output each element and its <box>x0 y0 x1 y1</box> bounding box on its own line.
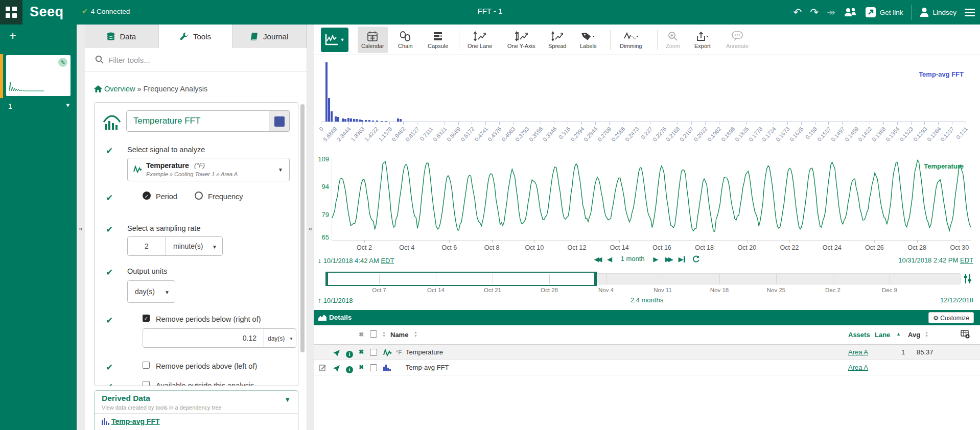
trend-x-tick <box>662 240 662 243</box>
range-duration[interactable]: 1 month <box>621 255 645 262</box>
hamburger-menu-icon[interactable] <box>965 7 975 18</box>
range-end[interactable]: 10/31/2018 2:42 PM EDT <box>898 256 973 264</box>
breadcrumb-overview[interactable]: Overview <box>104 85 135 93</box>
timeline-selection[interactable] <box>325 272 597 286</box>
remove-below-label[interactable]: Remove periods below (right of) <box>156 315 261 323</box>
toolbar-labels-button[interactable]: Labels <box>576 27 600 53</box>
worksheet-chevron-icon[interactable]: ▾ <box>66 101 69 109</box>
user-menu[interactable]: Lindsey <box>920 7 956 17</box>
trend-x-tick-label: Oct 28 <box>907 244 926 251</box>
derived-item-link[interactable]: Temp-avg FFT <box>111 417 160 425</box>
col-assets[interactable]: Assets <box>848 331 870 339</box>
row-asset-link[interactable]: Area A <box>848 364 868 371</box>
sampling-value-input[interactable]: 2 <box>127 236 166 256</box>
tab-data[interactable]: Data <box>85 25 159 48</box>
remove-above-label[interactable]: Remove periods above (left of) <box>156 362 257 370</box>
toolbar-one-lane-button[interactable]: One Lane <box>464 27 496 53</box>
tab-journal[interactable]: Journal <box>232 25 307 48</box>
investigate-duration[interactable]: 2.4 months <box>314 296 980 304</box>
col-lane[interactable]: Lane <box>875 331 890 339</box>
sort-name-control[interactable]: ▲▼ <box>414 330 417 338</box>
investigate-end[interactable]: 12/12/2018 <box>940 296 973 304</box>
available-outside-checkbox[interactable] <box>143 381 150 386</box>
step-forward-fast-icon[interactable]: ▶▶ <box>665 255 671 263</box>
step-forward-icon[interactable]: ▶ <box>653 255 658 263</box>
timeline-options-icon[interactable] <box>963 274 973 284</box>
collapse-panel-handle[interactable]: « <box>307 25 314 430</box>
step-back-fast-icon[interactable]: ◀◀ <box>594 255 600 263</box>
edit-properties-button[interactable] <box>319 364 326 373</box>
redo-all-icon[interactable]: ↠ <box>827 7 835 17</box>
radio-period-label[interactable]: Period <box>156 193 177 201</box>
users-icon[interactable] <box>844 7 857 17</box>
toolbar-one-yaxis-button[interactable]: One Y-Axis <box>504 27 539 53</box>
chevron-down-icon: ▼ <box>289 337 293 341</box>
sort-type-control[interactable]: ▲▼ <box>382 330 386 338</box>
pin-button[interactable] <box>333 349 340 359</box>
worksheet-thumbnail[interactable]: ✎ <box>6 55 71 96</box>
customize-button[interactable]: ⚙ Customize <box>928 312 974 323</box>
tab-tools[interactable]: Tools <box>159 25 233 48</box>
timeline-handle-right[interactable] <box>594 272 597 286</box>
annotate-icon <box>732 31 743 41</box>
remove-above-checkbox[interactable] <box>143 362 150 369</box>
row-asset-link[interactable]: Area A <box>848 348 868 356</box>
fft-series-label[interactable]: Temp-avg FFT <box>919 70 964 78</box>
remove-below-checkbox[interactable]: ✓ <box>143 315 150 322</box>
radio-period[interactable]: ✓ <box>143 192 151 200</box>
col-name[interactable]: Name <box>390 331 408 339</box>
available-outside-label[interactable]: Available outside this analysis <box>156 381 254 386</box>
get-link-button[interactable]: Get link <box>865 7 903 18</box>
info-button[interactable]: i <box>346 349 353 358</box>
step-to-end-icon[interactable]: ▶ <box>678 255 685 263</box>
toolbar-spread-button[interactable]: Spread <box>545 27 570 53</box>
toolbar-calendar-button[interactable]: Calendar <box>358 27 388 53</box>
timeline-tick-label: Nov 18 <box>710 287 729 293</box>
temperature-line-chart[interactable] <box>332 158 971 241</box>
collapse-rail-handle[interactable]: « <box>77 25 85 430</box>
redo-icon[interactable]: ↷ <box>810 7 819 17</box>
chart-type-button[interactable]: ▼ <box>321 28 348 52</box>
sampling-unit-select[interactable]: minute(s) ▼ <box>166 236 223 256</box>
remove-below-unit-select[interactable]: day(s) ▼ <box>264 328 296 348</box>
tool-name-input[interactable] <box>126 110 269 132</box>
timeline-tick <box>719 274 720 284</box>
toolbar-dimming-button[interactable]: Dimming <box>616 27 645 53</box>
col-avg[interactable]: Avg <box>908 331 920 339</box>
scrollbar-thumb[interactable] <box>300 104 305 352</box>
add-column-icon[interactable] <box>961 329 970 339</box>
toolbar-annotate-button[interactable]: Annotate <box>722 27 752 53</box>
new-worksheet-button[interactable]: + <box>9 29 16 43</box>
remove-all-icon[interactable]: ✖ <box>359 331 364 338</box>
radio-frequency[interactable] <box>195 192 203 200</box>
timeline-handle-left[interactable] <box>325 272 328 286</box>
toolbar-export-button[interactable]: Export <box>691 27 714 53</box>
toolbar-capsule-button[interactable]: Capsule <box>424 27 452 53</box>
radio-frequency-label[interactable]: Frequency <box>208 193 243 201</box>
row-checkbox[interactable] <box>370 349 377 356</box>
remove-button[interactable]: ✖ <box>359 348 364 355</box>
row-checkbox[interactable] <box>370 364 377 371</box>
remove-below-input[interactable]: 0.12 <box>143 328 264 348</box>
step-check-icon: ✔ <box>106 362 113 373</box>
output-unit-select[interactable]: day(s) ▼ <box>127 280 175 303</box>
toolbar-chain-button[interactable]: Chain <box>394 27 416 53</box>
remove-button[interactable]: ✖ <box>359 364 364 371</box>
pin-button[interactable] <box>333 365 340 374</box>
panel-scrollbar[interactable] <box>300 104 305 386</box>
trend-series-label[interactable]: Temperature <box>924 162 964 170</box>
select-all-checkbox[interactable] <box>370 330 377 338</box>
refresh-icon[interactable] <box>692 255 700 263</box>
filter-tools-input[interactable] <box>108 52 292 67</box>
chevron-down-icon[interactable]: ▼ <box>284 396 291 403</box>
sort-lane-asc-icon[interactable]: ▲ <box>896 331 901 337</box>
signal-select[interactable]: Temperature (°F) Example » Cooling Tower… <box>127 158 290 181</box>
timezone-link[interactable]: EDT <box>960 256 973 264</box>
info-button[interactable]: i <box>346 364 353 373</box>
toolbar-zoom-button[interactable]: Zoom <box>662 27 684 53</box>
trend-x-tick <box>407 240 407 243</box>
step-back-icon[interactable]: ◀ <box>607 255 612 263</box>
sort-avg-control[interactable]: ▲▼ <box>925 330 928 338</box>
undo-icon[interactable]: ↶ <box>793 7 802 17</box>
series-color-button[interactable] <box>269 110 290 132</box>
